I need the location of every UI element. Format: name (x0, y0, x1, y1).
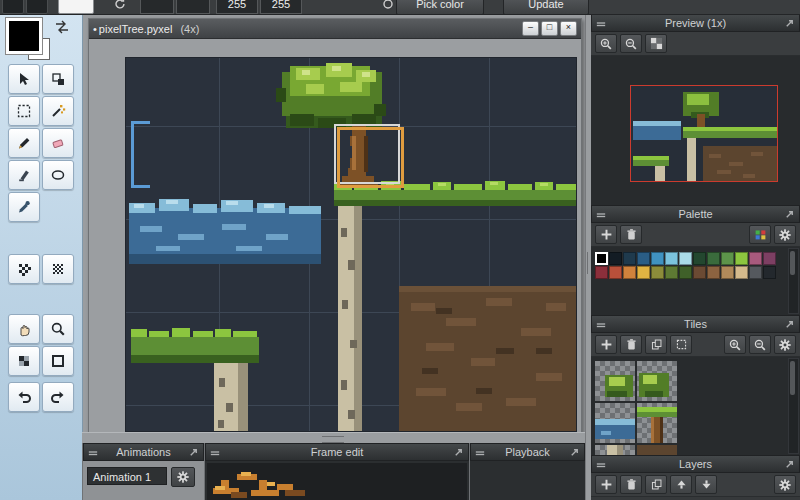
layers-panel-header[interactable]: Layers (591, 455, 800, 473)
tiles-zoom-in-button[interactable] (724, 335, 746, 354)
drawing-canvas[interactable] (125, 57, 577, 432)
palette-swatch[interactable] (595, 266, 608, 279)
palette-swatch[interactable] (721, 252, 734, 265)
tile-thumbnail[interactable] (637, 361, 677, 401)
palette-swatch[interactable] (665, 266, 678, 279)
palette-swatch[interactable] (707, 266, 720, 279)
zoom-out-button[interactable] (620, 34, 642, 53)
animations-panel-header[interactable]: Animations (83, 443, 204, 461)
pick-color-button[interactable]: Pick color (396, 0, 484, 15)
move-layer-down-button[interactable] (695, 475, 717, 494)
palette-swatch[interactable] (693, 266, 706, 279)
scrollbar-thumb[interactable] (790, 361, 795, 395)
palette-swatch[interactable] (637, 252, 650, 265)
palette-swatch[interactable] (623, 266, 636, 279)
panel-menu-icon[interactable] (596, 210, 606, 220)
palette-swatch[interactable] (721, 266, 734, 279)
animation-settings-button[interactable] (171, 467, 195, 487)
palette-swatch[interactable] (595, 252, 608, 265)
tiles-scrollbar[interactable] (788, 358, 799, 454)
duplicate-tile-button[interactable] (645, 335, 667, 354)
palette-swatch[interactable] (735, 266, 748, 279)
panel-popout-icon[interactable] (784, 319, 795, 330)
palette-swatch[interactable] (609, 266, 622, 279)
palette-swatch[interactable] (679, 252, 692, 265)
topbar-field[interactable] (176, 0, 210, 14)
panel-popout-icon[interactable] (784, 18, 795, 29)
refresh-icon[interactable] (110, 0, 130, 13)
frame-edit-panel-header[interactable]: Frame edit (205, 443, 469, 461)
delete-color-button[interactable] (620, 225, 642, 244)
palette-swatch[interactable] (623, 252, 636, 265)
topbar-white-button[interactable] (58, 0, 94, 14)
restore-button[interactable]: □ (541, 21, 558, 36)
palette-swatch[interactable] (651, 252, 664, 265)
palette-settings-button[interactable] (774, 225, 796, 244)
color-map-button[interactable] (749, 225, 771, 244)
palette-swatch[interactable] (651, 266, 664, 279)
panel-menu-icon[interactable] (210, 448, 220, 458)
undo-button[interactable] (8, 382, 40, 412)
pencil-tool[interactable] (8, 128, 40, 158)
palette-panel-header[interactable]: Palette (591, 205, 800, 223)
duplicate-layer-button[interactable] (645, 475, 667, 494)
dither-light-tool[interactable] (8, 254, 40, 284)
add-color-button[interactable] (595, 225, 617, 244)
select-tile-button[interactable] (670, 335, 692, 354)
panel-popout-icon[interactable] (569, 447, 580, 458)
topbar-field[interactable] (140, 0, 174, 14)
palette-swatch[interactable] (637, 266, 650, 279)
move-layer-up-button[interactable] (670, 475, 692, 494)
tile-thumbnail[interactable] (595, 445, 635, 455)
palette-swatch[interactable] (693, 252, 706, 265)
zoom-tool[interactable] (42, 314, 74, 344)
palette-swatch[interactable] (679, 266, 692, 279)
panel-popout-icon[interactable] (784, 459, 795, 470)
panel-popout-icon[interactable] (188, 447, 199, 458)
tile-thumbnail[interactable] (637, 403, 677, 443)
panel-menu-icon[interactable] (596, 19, 606, 29)
toggle-background-button[interactable] (645, 34, 667, 53)
blue-value-field[interactable]: 255 (260, 0, 302, 14)
tiles-panel-header[interactable]: Tiles (591, 315, 800, 333)
palette-swatch[interactable] (609, 252, 622, 265)
tiles-settings-button[interactable] (774, 335, 796, 354)
topbar-button[interactable] (26, 0, 48, 14)
tiles-zoom-out-button[interactable] (749, 335, 771, 354)
tile-stamp-tool[interactable] (8, 346, 40, 376)
scrollbar-thumb[interactable] (790, 251, 795, 275)
palette-swatch[interactable] (749, 266, 762, 279)
palette-swatch[interactable] (749, 252, 762, 265)
red-value-field[interactable]: 255 (216, 0, 258, 14)
topbar-button[interactable] (2, 0, 24, 14)
palette-swatch[interactable] (735, 252, 748, 265)
palette-swatch[interactable] (665, 252, 678, 265)
delete-layer-button[interactable] (620, 475, 642, 494)
eyedropper-tool[interactable] (8, 192, 40, 222)
palette-scrollbar[interactable] (788, 248, 799, 314)
tile-thumbnail[interactable] (595, 403, 635, 443)
panel-menu-icon[interactable] (596, 460, 606, 470)
shape-tool[interactable] (42, 160, 74, 190)
palette-swatch[interactable] (763, 252, 776, 265)
minimize-button[interactable]: – (522, 21, 539, 36)
panel-menu-icon[interactable] (88, 448, 98, 458)
transform-tool[interactable] (42, 64, 74, 94)
update-button[interactable]: Update (503, 0, 589, 15)
swap-colors-icon[interactable] (54, 20, 72, 36)
redo-button[interactable] (42, 382, 74, 412)
select-tool[interactable] (8, 96, 40, 126)
tile-thumbnail[interactable] (595, 361, 635, 401)
add-tile-button[interactable] (595, 335, 617, 354)
frame-edit-canvas[interactable] (207, 463, 467, 500)
pen-tool[interactable] (8, 160, 40, 190)
tile-frame-tool[interactable] (42, 346, 74, 376)
add-layer-button[interactable] (595, 475, 617, 494)
tile-thumbnail[interactable] (637, 445, 677, 455)
preview-panel-header[interactable]: Preview (1x) (591, 14, 800, 32)
zoom-in-button[interactable] (595, 34, 617, 53)
palette-swatch[interactable] (707, 252, 720, 265)
panel-menu-icon[interactable] (475, 448, 485, 458)
palette-swatch[interactable] (763, 266, 776, 279)
move-tool[interactable] (8, 64, 40, 94)
